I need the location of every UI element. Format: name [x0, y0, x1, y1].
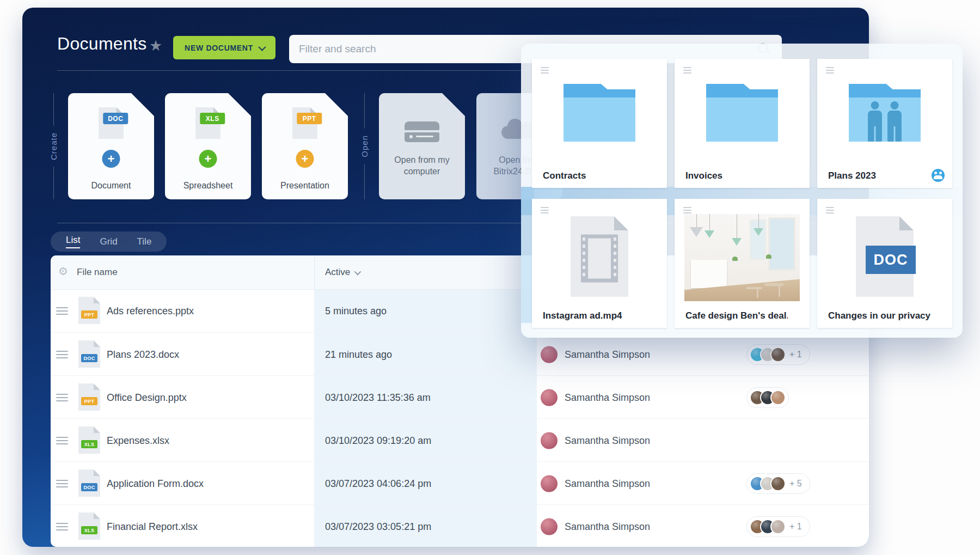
tile-drag-handle-icon[interactable]: [683, 67, 691, 74]
create-section-label: Create: [47, 93, 59, 199]
grid-tile-contracts-folder[interactable]: Contracts: [532, 59, 667, 188]
open-card-label: Open from my computer: [384, 155, 460, 178]
folder-icon: [706, 84, 778, 142]
grid-tile-invoices-folder[interactable]: Invoices: [675, 59, 810, 188]
create-spreadsheet-card[interactable]: XLS + Spreadsheet: [165, 93, 251, 199]
file-icon-xls: XLS: [78, 426, 100, 454]
person-icon: [868, 101, 882, 142]
create-card-label: Presentation: [262, 181, 348, 191]
file-modified: 5 minutes ago: [325, 305, 387, 316]
column-header-file-name[interactable]: File name: [77, 267, 118, 278]
file-creator: Samantha Simpson: [541, 475, 650, 492]
file-creator: Samantha Simpson: [541, 346, 650, 363]
drag-handle-icon[interactable]: [56, 307, 68, 315]
file-name[interactable]: Plans 2023.docx: [107, 349, 179, 360]
open-from-computer-card[interactable]: Open from my computer: [379, 93, 465, 199]
plus-icon[interactable]: +: [296, 150, 314, 168]
avatar: [770, 347, 786, 362]
video-file-icon: [571, 216, 628, 297]
chevron-down-icon: [258, 43, 266, 51]
tab-tile[interactable]: Tile: [137, 236, 152, 247]
avatar: [541, 389, 558, 406]
hard-drive-icon: [405, 121, 439, 142]
file-modified: 03/10/2023 11:35:36 am: [325, 392, 431, 403]
create-document-card[interactable]: DOC + Document: [68, 93, 154, 199]
tile-drag-handle-icon[interactable]: [683, 207, 691, 214]
file-icon-ppt: PPT: [78, 383, 100, 411]
file-icon-doc: DOC: [78, 340, 100, 368]
drag-handle-icon[interactable]: [56, 394, 68, 401]
person-icon: [887, 101, 902, 142]
file-name[interactable]: Application Form.docx: [107, 478, 204, 489]
tile-label: Instagram ad.mp4: [543, 310, 645, 321]
tile-label: Contracts: [543, 170, 645, 181]
file-name[interactable]: Financial Report.xlsx: [107, 521, 198, 532]
cafe-photo-thumbnail: [684, 214, 800, 301]
tile-drag-handle-icon[interactable]: [541, 67, 549, 74]
file-modified: 03/07/2023 03:05:21 pm: [325, 521, 431, 532]
drag-handle-icon[interactable]: [56, 480, 68, 487]
column-header-active[interactable]: Active: [325, 267, 359, 278]
shared-users-pill[interactable]: + 1: [746, 516, 810, 537]
avatar: [770, 390, 786, 405]
tile-drag-handle-icon[interactable]: [826, 67, 834, 74]
avatar: [541, 518, 558, 535]
plus-icon[interactable]: +: [199, 150, 217, 168]
drag-handle-icon[interactable]: [56, 523, 68, 530]
table-row[interactable]: XLS Expenses.xlsx 03/10/2023 09:19:20 am…: [51, 418, 869, 462]
create-presentation-card[interactable]: PPT + Presentation: [262, 93, 348, 199]
file-icon-ppt: PPT: [78, 297, 100, 324]
file-name[interactable]: Expenses.xlsx: [107, 435, 169, 446]
table-row[interactable]: DOC Application Form.docx 03/07/2023 04:…: [51, 461, 869, 505]
tile-label: Plans 2023: [828, 170, 930, 181]
doc-badge: DOC: [866, 246, 916, 274]
new-document-label: NEW DOCUMENT: [185, 44, 253, 52]
shared-users-pill[interactable]: + 5: [746, 473, 810, 494]
drag-handle-icon[interactable]: [56, 437, 68, 444]
drive-grid-popup: Contracts Invoices Plans 2023: [521, 44, 963, 338]
shared-users-icon: [932, 169, 945, 182]
view-switcher: List Grid Tile: [51, 231, 167, 252]
new-document-button[interactable]: NEW DOCUMENT: [173, 36, 275, 59]
avatar: [770, 476, 786, 491]
xls-badge: XLS: [200, 113, 225, 124]
gear-icon[interactable]: ⚙: [58, 266, 68, 277]
file-icon-doc: DOC: [78, 469, 100, 497]
tile-drag-handle-icon[interactable]: [541, 207, 549, 214]
shared-users-pill[interactable]: + 1: [746, 344, 810, 365]
open-section-label: Open: [358, 93, 370, 199]
avatar: [541, 346, 558, 363]
page-title: Documents: [57, 34, 147, 54]
drag-handle-icon[interactable]: [56, 351, 68, 358]
table-row[interactable]: DOC Plans 2023.docx 21 minutes ago Saman…: [51, 332, 869, 376]
grid-tile-image-file[interactable]: Cafe design Ben's deal.jpg: [675, 199, 810, 328]
file-creator: Samantha Simpson: [541, 389, 650, 406]
tab-list[interactable]: List: [66, 235, 80, 248]
table-row[interactable]: XLS Financial Report.xlsx 03/07/2023 03:…: [51, 504, 869, 547]
documents-app-screen: Documents ★ NEW DOCUMENT Create DOC + Do…: [0, 0, 980, 555]
tile-label: Changes in our privacy polic...: [828, 310, 930, 321]
grid-tile-video-file[interactable]: Instagram ad.mp4: [532, 199, 667, 328]
file-modified: 21 minutes ago: [325, 349, 392, 360]
grid-tile-doc-file[interactable]: DOC Changes in our privacy polic...: [817, 199, 952, 328]
favorite-star-icon[interactable]: ★: [149, 37, 162, 54]
file-creator: Samantha Simpson: [541, 432, 650, 449]
tile-grid: Contracts Invoices Plans 2023: [532, 59, 952, 328]
chevron-down-icon: [354, 268, 362, 275]
tab-grid[interactable]: Grid: [100, 236, 117, 247]
file-name[interactable]: Ads references.pptx: [107, 305, 194, 316]
tile-drag-handle-icon[interactable]: [826, 207, 834, 214]
table-row[interactable]: PPT Office Design.pptx 03/10/2023 11:35:…: [51, 375, 869, 419]
create-card-label: Spreadsheet: [165, 181, 251, 191]
plus-icon[interactable]: +: [102, 150, 120, 168]
file-name[interactable]: Office Design.pptx: [107, 392, 187, 403]
shared-users-pill[interactable]: [746, 387, 789, 408]
avatar: [770, 519, 786, 534]
film-strip-icon: [581, 235, 618, 283]
column-divider: [314, 255, 315, 289]
tile-label: Invoices: [685, 170, 788, 181]
file-modified: 03/10/2023 09:19:20 am: [325, 435, 431, 446]
avatar: [541, 432, 558, 449]
create-card-label: Document: [68, 181, 154, 191]
grid-tile-plans-shared-folder[interactable]: Plans 2023: [817, 59, 952, 188]
